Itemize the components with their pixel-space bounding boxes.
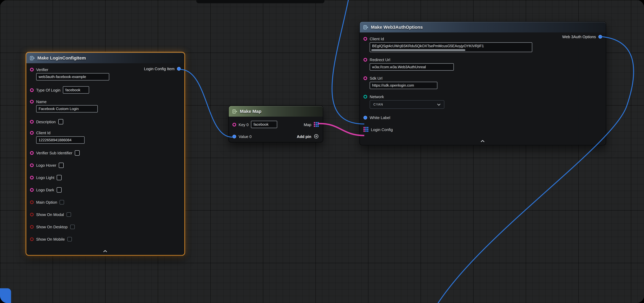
logo-hover-input[interactable] xyxy=(59,162,64,168)
key-0-input[interactable]: facebook xyxy=(251,121,277,128)
node-make-loginconfigitem[interactable]: Make LoginConfigItem Login Config Item V… xyxy=(26,52,185,255)
input-pin-white-label[interactable] xyxy=(364,116,367,119)
add-pin-label: Add pin xyxy=(297,134,311,138)
show-on-mobile-checkbox[interactable] xyxy=(67,237,72,241)
pin-row-logo-dark: Logo Dark xyxy=(30,186,180,193)
input-pin-network[interactable] xyxy=(364,95,367,98)
pin-label: Client Id xyxy=(370,36,384,41)
sdk-url-input[interactable]: https://sdk.openlogin.com xyxy=(370,82,438,89)
pin-row-login-config: Login Config xyxy=(364,126,602,133)
pin-label: Logo Light xyxy=(36,175,54,180)
pin-label: White Label xyxy=(370,115,390,120)
output-pin-label: Map xyxy=(304,122,311,127)
node-make-map[interactable]: Make Map Key 0 facebook Map xyxy=(228,106,323,142)
show-on-modal-checkbox[interactable] xyxy=(66,212,71,216)
input-pin-value-0[interactable] xyxy=(232,134,236,138)
pin-label: Redirect Url xyxy=(370,58,390,62)
pin-label: Value 0 xyxy=(238,134,252,138)
client-id-text: BEgIQSgt4cUWcj6SKRdu5QkOXTsePmMcusG5EAoy… xyxy=(372,44,484,48)
input-pin-logo-light[interactable] xyxy=(30,176,34,179)
client-id-scrollbar[interactable] xyxy=(371,49,465,51)
node-title: Make LoginConfigItem xyxy=(38,56,86,60)
redirect-url-input[interactable]: w3a://com.w3a.Web3AuthUnreal xyxy=(370,63,454,71)
add-pin-icon[interactable] xyxy=(314,134,319,139)
pin-row-logo-hover: Logo Hover xyxy=(30,162,180,168)
input-pin-main-option[interactable] xyxy=(30,200,34,204)
output-pin-map[interactable] xyxy=(314,122,319,127)
wire-map-to-login-config[interactable] xyxy=(318,124,364,136)
chevron-down-icon xyxy=(437,103,441,106)
name-input[interactable]: Facebook Custom Login xyxy=(36,105,98,112)
make-struct-node-icon xyxy=(30,56,35,60)
pin-label: Main Option xyxy=(36,200,57,204)
collapse-chevron-icon[interactable] xyxy=(480,140,485,142)
pin-label: Name xyxy=(36,99,46,104)
client-id-input[interactable]: 1222658941886084 xyxy=(36,136,84,144)
pin-label: Verifier Sub Identifier xyxy=(36,150,72,155)
description-input[interactable] xyxy=(58,119,63,124)
input-pin-type-of-login[interactable] xyxy=(30,88,34,92)
offscreen-node-edge xyxy=(196,0,324,3)
pin-row-sdk-url: Sdk Url https://sdk.openlogin.com xyxy=(364,76,602,89)
offscreen-blue-element xyxy=(0,288,11,303)
wire-login-config-item-to-value0[interactable] xyxy=(180,70,232,137)
input-pin-login-config[interactable] xyxy=(364,127,368,132)
input-pin-description[interactable] xyxy=(30,120,34,124)
pin-row-client-id: Client Id 1222658941886084 xyxy=(30,130,180,144)
node-header-make-map[interactable]: Make Map xyxy=(229,106,323,117)
make-struct-node-icon xyxy=(364,25,368,29)
logo-light-input[interactable] xyxy=(57,175,62,180)
input-pin-sdk-url[interactable] xyxy=(364,76,367,80)
output-pin-label: Web 3Auth Options xyxy=(562,34,596,39)
type-of-login-input[interactable]: facebook xyxy=(63,86,89,94)
pin-label: Verifier xyxy=(36,67,48,72)
network-dropdown[interactable]: CYAN xyxy=(370,100,444,109)
pin-row-show-on-mobile: Show On Mobile xyxy=(30,236,180,242)
input-pin-show-on-modal[interactable] xyxy=(30,212,34,216)
collapse-chevron-icon[interactable] xyxy=(103,250,108,252)
pin-row-redirect-url: Redirect Url w3a://com.w3a.Web3AuthUnrea… xyxy=(364,58,602,70)
node-header-make-loginconfigitem[interactable]: Make LoginConfigItem xyxy=(26,52,184,63)
pin-row-type-of-login: Type Of Login facebook xyxy=(30,86,180,94)
output-pin-login-config-item[interactable] xyxy=(177,67,181,71)
node-header-make-web3authoptions[interactable]: Make Web3AuthOptions xyxy=(360,22,606,32)
pin-row-name: Name Facebook Custom Login xyxy=(30,99,180,112)
input-pin-name[interactable] xyxy=(30,100,34,104)
pin-row-white-label: White Label xyxy=(364,114,602,121)
pin-row-description: Description xyxy=(30,118,180,125)
input-pin-client-id[interactable] xyxy=(30,131,34,135)
output-row-web3auth-options: Web 3Auth Options xyxy=(562,34,602,39)
output-row-login-config-item: Login Config Item xyxy=(144,66,181,71)
pin-row-show-on-modal: Show On Modal xyxy=(30,211,180,218)
input-pin-client-id[interactable] xyxy=(364,37,367,41)
pin-label: Client Id xyxy=(36,130,50,135)
client-id-input[interactable]: BEgIQSgt4cUWcj6SKRdu5QkOXTsePmMcusG5EAoy… xyxy=(370,42,532,52)
input-pin-logo-dark[interactable] xyxy=(30,188,34,192)
input-pin-verifier[interactable] xyxy=(30,68,34,72)
logo-dark-input[interactable] xyxy=(57,187,62,192)
pin-row-main-option: Main Option xyxy=(30,199,180,205)
input-pin-logo-hover[interactable] xyxy=(30,163,34,167)
main-option-checkbox[interactable] xyxy=(60,200,64,204)
pin-label: Logo Hover xyxy=(36,163,56,167)
verifier-sub-identifier-input[interactable] xyxy=(75,150,80,156)
show-on-desktop-checkbox[interactable] xyxy=(70,224,74,229)
node-title: Make Web3AuthOptions xyxy=(371,25,423,30)
pin-label: Show On Mobile xyxy=(36,237,65,241)
pin-label: Network xyxy=(370,94,384,99)
verifier-input[interactable]: web3auth-facebook-example xyxy=(36,73,109,80)
pin-label: Description xyxy=(36,119,56,124)
pin-label: Show On Desktop xyxy=(36,224,68,229)
make-map-node-icon xyxy=(232,109,237,114)
pin-label: Show On Modal xyxy=(36,212,64,216)
input-pin-verifier-sub-identifier[interactable] xyxy=(30,151,34,155)
pin-row-verifier-sub-identifier: Verifier Sub Identifier xyxy=(30,150,180,156)
input-pin-show-on-mobile[interactable] xyxy=(30,237,34,241)
blueprint-graph-canvas[interactable]: Make LoginConfigItem Login Config Item V… xyxy=(0,0,644,303)
input-pin-key-0[interactable] xyxy=(232,123,236,126)
node-make-web3authoptions[interactable]: Make Web3AuthOptions Web 3Auth Options C… xyxy=(360,21,606,145)
input-pin-redirect-url[interactable] xyxy=(364,58,367,62)
input-pin-show-on-desktop[interactable] xyxy=(30,225,34,228)
output-pin-label: Login Config Item xyxy=(144,66,174,71)
output-pin-web3auth-options[interactable] xyxy=(598,35,602,39)
